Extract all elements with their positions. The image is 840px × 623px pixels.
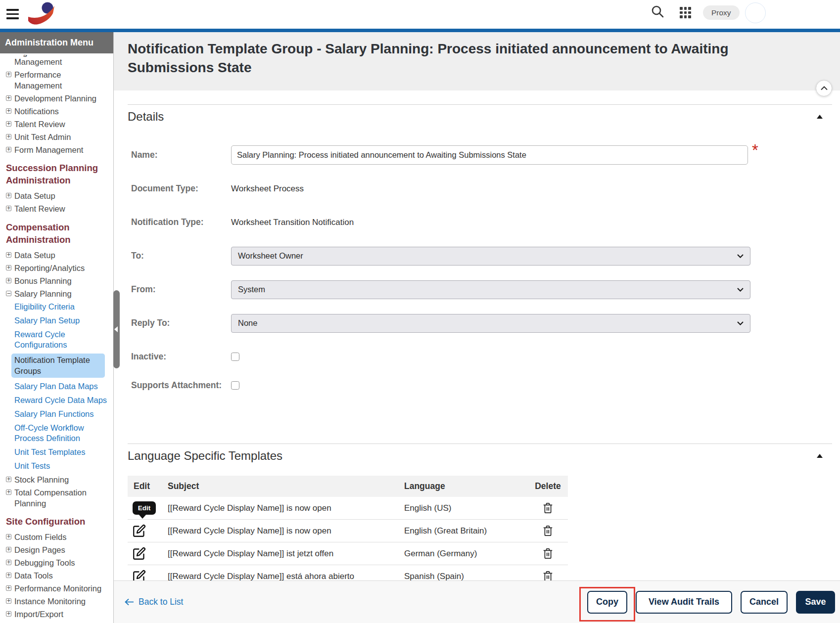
view-audit-trails-button[interactable]: View Audit Trails bbox=[636, 591, 732, 614]
template-row: [[Reward Cycle Display Name]] está ahora… bbox=[128, 565, 568, 580]
edit-tooltip-cell[interactable]: Edit bbox=[128, 501, 165, 515]
template-language: English (Great Britain) bbox=[402, 526, 528, 536]
details-section-title: Details bbox=[128, 109, 164, 124]
collapse-header-button[interactable] bbox=[816, 80, 832, 96]
sidebar-item-total-compensation-planning[interactable]: +Total Compensation Planning bbox=[6, 488, 110, 509]
expand-icon[interactable]: + bbox=[6, 560, 11, 565]
sidebar-item-debugging-tools[interactable]: +Debugging Tools bbox=[6, 558, 110, 569]
edit-cell[interactable] bbox=[128, 547, 165, 560]
sidebar-link-unit-test-templates[interactable]: Unit Test Templates bbox=[14, 447, 108, 458]
from-row: From: System bbox=[128, 280, 832, 299]
trash-icon[interactable] bbox=[543, 571, 553, 580]
expand-icon[interactable]: + bbox=[6, 598, 11, 604]
edit-icon[interactable] bbox=[133, 524, 146, 537]
sidebar-link-notification-template-groups[interactable]: Notification Template Groups bbox=[11, 354, 105, 378]
sidebar-scrollbar-handle[interactable] bbox=[113, 290, 120, 368]
back-to-list-link[interactable]: Back to List bbox=[125, 597, 183, 607]
sidebar-link-salary-plan-setup[interactable]: Salary Plan Setup bbox=[14, 315, 108, 326]
app-grid-icon[interactable] bbox=[680, 7, 691, 18]
copy-button[interactable]: Copy bbox=[587, 591, 627, 614]
trash-icon[interactable] bbox=[543, 525, 553, 536]
name-input[interactable] bbox=[231, 145, 748, 165]
avatar[interactable] bbox=[745, 2, 766, 23]
supports-attachment-checkbox[interactable] bbox=[231, 381, 239, 390]
delete-cell[interactable] bbox=[528, 548, 568, 559]
expand-icon[interactable]: + bbox=[6, 206, 11, 211]
sidebar-item-data-tools[interactable]: +Data Tools bbox=[6, 571, 110, 581]
edit-icon[interactable] bbox=[133, 570, 146, 580]
expand-icon[interactable]: + bbox=[6, 265, 11, 270]
template-subject: [[Reward Cycle Display Name]] is now ope… bbox=[165, 526, 402, 536]
sidebar-item-unit-test-admin[interactable]: +Unit Test Admin bbox=[6, 132, 110, 143]
collapse-icon[interactable]: − bbox=[6, 291, 11, 296]
expand-icon[interactable]: + bbox=[6, 95, 11, 101]
sidebar-item-salary-planning[interactable]: −Salary Planning bbox=[6, 289, 110, 300]
sidebar-item-import-export[interactable]: +Import/Export bbox=[6, 609, 110, 620]
sidebar-item-label: Bonus Planning bbox=[14, 276, 107, 287]
main-content: Notification Template Group - Salary Pla… bbox=[114, 32, 840, 623]
sidebar-link-off-cycle-workflow-process-definition[interactable]: Off-Cycle Workflow Process Definition bbox=[14, 423, 108, 444]
expand-icon[interactable]: + bbox=[6, 534, 11, 539]
delete-cell[interactable] bbox=[528, 571, 568, 580]
sidebar-item-bonus-planning[interactable]: +Bonus Planning bbox=[6, 276, 110, 287]
sidebar-item-custom-fields[interactable]: +Custom Fields bbox=[6, 532, 110, 543]
template-subject: [[Reward Cycle Display Name]] is now ope… bbox=[165, 503, 402, 513]
delete-cell[interactable] bbox=[528, 502, 568, 514]
expand-icon[interactable]: + bbox=[6, 72, 11, 77]
expand-icon[interactable]: + bbox=[6, 490, 11, 495]
sidebar-item-talent-review[interactable]: +Talent Review bbox=[6, 119, 110, 130]
sidebar-item-notifications[interactable]: +Notifications bbox=[6, 106, 110, 117]
from-select[interactable]: System bbox=[231, 280, 750, 299]
edit-cell[interactable] bbox=[128, 524, 165, 537]
sidebar-link-unit-tests[interactable]: Unit Tests bbox=[14, 461, 108, 472]
sidebar-link-eligibility-criteria[interactable]: Eligibility Criteria bbox=[14, 302, 108, 312]
expand-icon[interactable]: + bbox=[6, 477, 11, 482]
sidebar-item-design-pages[interactable]: +Design Pages bbox=[6, 545, 110, 556]
hamburger-menu-icon[interactable] bbox=[6, 9, 19, 19]
expand-icon[interactable]: + bbox=[6, 193, 11, 198]
edit-icon[interactable] bbox=[133, 547, 146, 560]
inactive-checkbox[interactable] bbox=[231, 353, 239, 361]
expand-icon[interactable]: + bbox=[6, 547, 11, 552]
sidebar-item-data-setup[interactable]: +Data Setup bbox=[6, 250, 110, 261]
sidebar-item-performance-monitoring[interactable]: +Performance Monitoring bbox=[6, 583, 110, 594]
expand-icon[interactable]: + bbox=[6, 147, 11, 152]
sidebar-link-salary-plan-data-maps[interactable]: Salary Plan Data Maps bbox=[14, 381, 108, 392]
delete-cell[interactable] bbox=[528, 525, 568, 536]
sidebar-item-data-setup[interactable]: +Data Setup bbox=[6, 191, 110, 202]
expand-icon[interactable]: + bbox=[6, 573, 11, 578]
cancel-button[interactable]: Cancel bbox=[741, 591, 788, 614]
chevron-down-icon bbox=[737, 288, 744, 292]
sidebar-item-performance-management[interactable]: +Performance Management bbox=[6, 70, 110, 91]
expand-icon[interactable]: + bbox=[6, 252, 11, 258]
templates-collapse-icon[interactable] bbox=[817, 454, 823, 458]
trash-icon[interactable] bbox=[543, 548, 553, 559]
sidebar-item-instance-monitoring[interactable]: +Instance Monitoring bbox=[6, 596, 110, 607]
sidebar-item-management[interactable]: Management bbox=[14, 57, 110, 68]
sidebar-link-reward-cycle-configurations[interactable]: Reward Cycle Configurations bbox=[14, 329, 108, 351]
sidebar-link-reward-cycle-data-maps[interactable]: Reward Cycle Data Maps bbox=[14, 395, 108, 406]
expand-icon[interactable]: + bbox=[6, 585, 11, 591]
save-button[interactable]: Save bbox=[796, 591, 835, 614]
reply-to-select[interactable]: None bbox=[231, 314, 750, 333]
expand-icon[interactable]: + bbox=[6, 108, 11, 114]
search-icon[interactable] bbox=[651, 5, 664, 20]
sidebar-item-talent-review[interactable]: +Talent Review bbox=[6, 204, 110, 215]
sidebar-item-development-planning[interactable]: +Development Planning bbox=[6, 93, 110, 104]
details-collapse-icon[interactable] bbox=[817, 115, 823, 119]
sidebar-link-salary-plan-functions[interactable]: Salary Plan Functions bbox=[14, 409, 108, 420]
sidebar-item-form-management[interactable]: +Form Management bbox=[6, 145, 110, 156]
expand-icon[interactable]: + bbox=[6, 121, 11, 127]
trash-icon[interactable] bbox=[543, 502, 553, 514]
sidebar-item-label: Custom Fields bbox=[14, 532, 107, 543]
proxy-badge[interactable]: Proxy bbox=[703, 5, 740, 20]
sidebar-item-reporting-analytics[interactable]: +Reporting/Analytics bbox=[6, 263, 110, 274]
to-select[interactable]: Worksheet Owner bbox=[231, 247, 750, 266]
edit-cell[interactable] bbox=[128, 570, 165, 580]
expand-icon[interactable]: + bbox=[6, 611, 11, 617]
expand-icon[interactable]: + bbox=[6, 278, 11, 283]
expand-icon[interactable]: + bbox=[6, 134, 11, 139]
sidebar-item-label: Reporting/Analytics bbox=[14, 263, 107, 274]
sidebar-item-label: Salary Planning bbox=[14, 289, 107, 300]
sidebar-item-stock-planning[interactable]: +Stock Planning bbox=[6, 475, 110, 486]
